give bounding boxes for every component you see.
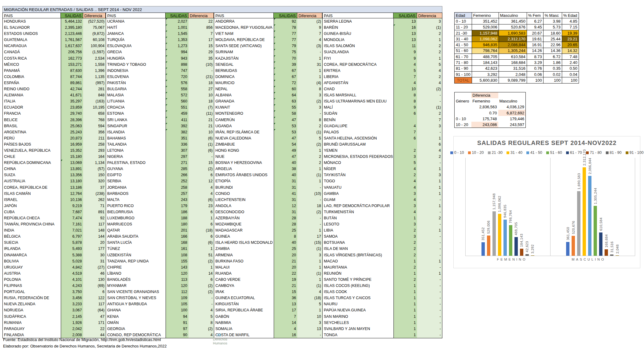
cell-diferencia[interactable]: (57) <box>83 166 106 172</box>
cell-diferencia[interactable]: - <box>417 277 442 283</box>
cell-salidas[interactable]: 78 <box>274 24 297 31</box>
cell-diferencia[interactable]: 1 <box>417 184 442 191</box>
cell-salidas[interactable]: 91 <box>166 320 188 326</box>
cell-pais[interactable]: SAN CRISTÓBAL Y NIEVES <box>106 295 166 301</box>
age-cell[interactable]: 610,584 <box>499 54 527 60</box>
cell-pais[interactable]: UZBEKISTÁN <box>106 252 166 258</box>
cell-salidas[interactable]: 41 <box>274 191 297 197</box>
legend-item[interactable]: 61 - 70 <box>566 150 582 155</box>
cell-diferencia[interactable]: (1) <box>297 283 322 289</box>
cell-diferencia[interactable]: 5 <box>297 301 322 307</box>
cell-pais[interactable]: LIECHTENSTEIN <box>214 197 274 203</box>
cell-pais[interactable]: HAITÍ <box>106 24 166 31</box>
cell-pais[interactable]: ISLAS COOK <box>322 289 393 295</box>
cell-pais[interactable]: BRASIL <box>2 123 61 129</box>
cell-diferencia[interactable]: 1 <box>417 55 442 61</box>
cell-pais[interactable]: SIERRA LEONA <box>322 18 393 24</box>
cell-diferencia[interactable]: 37 <box>83 184 106 191</box>
total-value-cell[interactable]: 100 <box>527 77 543 83</box>
cell-salidas[interactable]: 285 <box>166 166 188 172</box>
bar-21-30[interactable] <box>492 211 496 256</box>
cell-salidas[interactable]: 13,186 <box>61 184 83 191</box>
cell-diferencia[interactable]: 92 <box>83 215 106 221</box>
cell-diferencia[interactable]: 1 <box>297 166 322 172</box>
cell-salidas[interactable]: 7,474 <box>61 215 83 221</box>
cell-diferencia[interactable]: 5 <box>417 61 442 68</box>
cell-diferencia[interactable]: - <box>417 283 442 289</box>
cell-diferencia[interactable]: (997) <box>83 80 106 86</box>
bar-91-100[interactable] <box>531 255 534 256</box>
cell-salidas[interactable]: 560 <box>166 98 188 104</box>
diff-cell[interactable]: 179,446 <box>498 116 526 122</box>
cell-diferencia[interactable]: 768 <box>83 117 106 123</box>
cell-salidas[interactable]: 72 <box>274 80 297 86</box>
cell-salidas[interactable]: 1 <box>393 326 417 332</box>
cell-pais[interactable]: MARRUECOS <box>106 221 166 227</box>
cell-diferencia[interactable]: 2 <box>297 123 322 129</box>
cell-salidas[interactable]: 70 <box>274 55 297 61</box>
cell-pais[interactable]: BERMUDAS <box>214 68 274 74</box>
cell-pais[interactable]: PAKISTÁN <box>106 80 166 86</box>
cell-diferencia[interactable]: 1 <box>297 147 322 154</box>
cell-diferencia[interactable]: 10 <box>188 129 214 135</box>
age-cell[interactable]: 11 - 20 <box>455 24 472 30</box>
cell-diferencia[interactable]: 1 <box>188 264 214 270</box>
cell-diferencia[interactable]: 1 <box>188 215 214 221</box>
cell-pais[interactable]: BURKINA FASO <box>214 258 274 264</box>
cell-diferencia[interactable]: 6 <box>188 172 214 178</box>
cell-pais[interactable]: NORUEGA <box>2 307 61 313</box>
cell-diferencia[interactable]: 4 <box>297 37 322 43</box>
age-cell[interactable]: 22.96 <box>543 42 562 48</box>
cell-diferencia[interactable]: (18) <box>188 227 214 233</box>
cell-diferencia[interactable]: - <box>297 184 322 191</box>
cell-pais[interactable]: REUNIÓN <box>322 270 393 277</box>
cell-salidas[interactable]: 6 <box>393 110 417 117</box>
legend-item[interactable]: 51 - 60 <box>546 150 562 155</box>
cell-pais[interactable]: SERBIA <box>106 178 166 184</box>
cell-pais[interactable]: ISLAS COCOS (KEELING) <box>322 283 393 289</box>
cell-diferencia[interactable]: 12 <box>188 178 214 184</box>
cell-salidas[interactable]: 6,797 <box>61 233 83 239</box>
cell-pais[interactable]: MONGOLIA <box>322 37 393 43</box>
cell-pais[interactable]: NAURU <box>322 301 393 307</box>
cell-diferencia[interactable]: 1 <box>188 246 214 252</box>
cell-salidas[interactable]: 9,219 <box>61 203 83 209</box>
cell-diferencia[interactable]: 6 <box>188 209 214 215</box>
age-cell[interactable]: 14.32 <box>562 48 579 54</box>
cell-salidas[interactable]: 3,750 <box>61 289 83 295</box>
cell-pais[interactable]: GABÓN <box>214 314 274 320</box>
cell-pais[interactable]: SIRIA, REPÚBLICA ÁRABE <box>214 307 274 313</box>
cell-pais[interactable]: REINO UNIDO <box>2 86 61 92</box>
cell-diferencia[interactable]: 7 <box>297 31 322 37</box>
cell-salidas[interactable]: 1 <box>393 314 417 320</box>
cell-diferencia[interactable]: 20 <box>83 239 106 246</box>
cell-diferencia[interactable]: 1 <box>417 178 442 184</box>
age-cell[interactable]: 42,623 <box>472 65 499 71</box>
cell-pais[interactable]: FIYI <box>322 55 393 61</box>
cell-diferencia[interactable]: 856 <box>188 24 214 31</box>
age-cell[interactable]: 71 - 80 <box>455 60 472 65</box>
cell-salidas[interactable]: 87,744 <box>61 74 83 80</box>
bar-41-50[interactable] <box>503 220 507 256</box>
cell-salidas[interactable]: 75 <box>274 49 297 55</box>
age-column-header[interactable]: % Edad <box>562 13 579 18</box>
diff-cell[interactable]: 243,597 <box>498 122 526 128</box>
cell-pais[interactable]: BOLIVIA <box>2 258 61 264</box>
cell-pais[interactable]: SURINAM <box>214 49 274 55</box>
cell-pais[interactable]: ARMENIA <box>214 252 274 258</box>
cell-salidas[interactable]: 4 <box>274 326 297 332</box>
cell-pais[interactable]: MADAGASCAR <box>214 227 274 233</box>
column-header-pais[interactable]: PAIS <box>2 13 61 18</box>
cell-diferencia[interactable]: - <box>417 239 442 246</box>
cell-diferencia[interactable]: 848 <box>83 92 106 98</box>
cell-diferencia[interactable]: 1 <box>417 258 442 264</box>
cell-diferencia[interactable]: (69) <box>83 283 106 289</box>
age-cell[interactable]: 41 - 50 <box>455 42 472 48</box>
cell-salidas[interactable]: 994 <box>166 49 188 55</box>
cell-pais[interactable]: UCRANIA <box>106 18 166 24</box>
cell-salidas[interactable]: 108 <box>166 252 188 258</box>
cell-pais[interactable]: TÚNEZ <box>106 246 166 252</box>
cell-diferencia[interactable]: 1,396 <box>83 68 106 74</box>
age-cell[interactable]: 946,835 <box>472 42 499 48</box>
cell-salidas[interactable]: 25 <box>274 246 297 252</box>
